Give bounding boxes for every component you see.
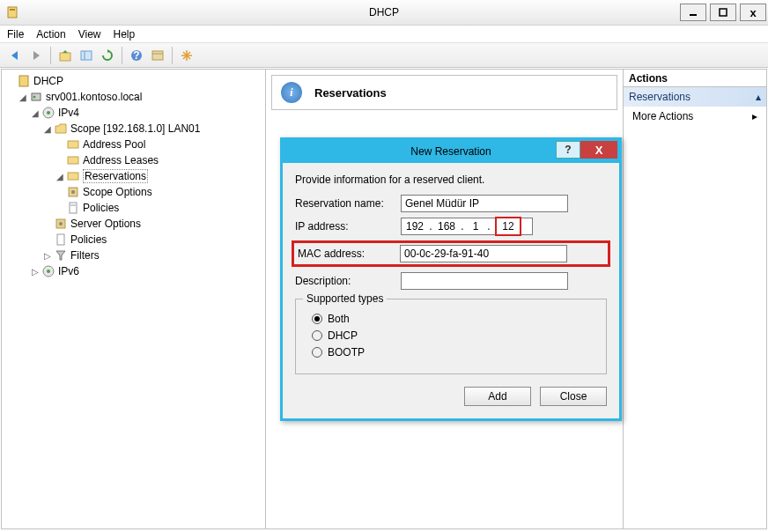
forward-button[interactable] — [26, 46, 46, 65]
ipv4-icon — [41, 106, 55, 120]
supported-types-group: Supported types Both DHCP BOOTP — [295, 299, 607, 374]
svg-text:?: ? — [133, 49, 139, 62]
svg-rect-4 — [60, 53, 70, 61]
radio-dhcp[interactable]: DHCP — [312, 329, 595, 342]
up-button[interactable] — [55, 46, 75, 65]
svg-rect-0 — [8, 7, 17, 18]
filter-icon — [54, 248, 68, 262]
svg-rect-21 — [68, 157, 78, 164]
tree-ipv4[interactable]: ◢IPv4 — [4, 105, 263, 121]
dhcp-icon — [17, 74, 31, 88]
svg-rect-25 — [70, 203, 77, 213]
ip-octet-1[interactable] — [402, 218, 428, 234]
tree-server[interactable]: ◢srv001.kontoso.local — [4, 89, 263, 105]
tree-policies[interactable]: Policies — [4, 232, 263, 248]
reservations-icon — [66, 169, 80, 183]
refresh-button[interactable] — [98, 46, 117, 65]
tree-serveropts[interactable]: Server Options — [4, 216, 263, 232]
dialog-title: New Reservation — [410, 145, 491, 158]
new-button[interactable] — [177, 46, 196, 65]
pool-icon — [66, 137, 80, 151]
menu-view[interactable]: View — [78, 28, 101, 41]
minimize-button[interactable] — [680, 4, 706, 21]
dialog-close-button[interactable]: X — [580, 141, 617, 159]
maximize-button[interactable] — [710, 4, 736, 21]
menu-file[interactable]: File — [7, 28, 24, 41]
folder-icon — [54, 122, 68, 136]
server-icon — [29, 90, 43, 104]
radio-bootp[interactable]: BOOTP — [312, 346, 595, 358]
menubar: File Action View Help — [0, 26, 768, 43]
toolbar: ? — [0, 43, 768, 68]
ip-octet-2[interactable] — [433, 218, 460, 234]
menu-action[interactable]: Action — [36, 28, 65, 41]
svg-rect-15 — [19, 76, 28, 86]
svg-rect-9 — [152, 51, 163, 60]
help-button[interactable]: ? — [127, 46, 146, 65]
actions-more[interactable]: More Actions ▸ — [624, 107, 766, 126]
ip-octet-4[interactable] — [498, 218, 518, 234]
ip-octet-3[interactable] — [465, 218, 486, 234]
tree-scope[interactable]: ◢Scope [192.168.1.0] LAN01 — [4, 121, 263, 137]
tree-scopeopts[interactable]: Scope Options — [4, 184, 263, 200]
svg-point-24 — [71, 190, 75, 194]
tree-root[interactable]: DHCP — [4, 73, 263, 89]
tree-reservations[interactable]: ◢Reservations — [4, 168, 263, 184]
svg-rect-3 — [720, 9, 727, 16]
app-icon — [5, 5, 19, 19]
mac-input[interactable] — [400, 245, 567, 262]
svg-point-17 — [33, 96, 36, 99]
ipv6-icon — [41, 264, 55, 278]
collapse-icon[interactable]: ◢ — [18, 92, 28, 102]
server-options-icon — [54, 217, 68, 231]
info-icon: i — [281, 82, 302, 103]
ip-label: IP address: — [295, 220, 401, 233]
tree-filters[interactable]: ▷Filters — [4, 248, 263, 263]
desc-input[interactable] — [401, 272, 568, 290]
show-hide-tree-button[interactable] — [77, 46, 96, 65]
ip-address-input[interactable]: . . . — [401, 218, 533, 235]
tree-scope-policies[interactable]: Policies — [4, 200, 263, 216]
collapse-icon[interactable]: ◢ — [42, 123, 53, 134]
collapse-icon[interactable]: ▴ — [756, 91, 761, 103]
add-button[interactable]: Add — [464, 387, 531, 406]
svg-rect-1 — [10, 9, 15, 11]
tree-ipv6[interactable]: ▷IPv6 — [4, 263, 263, 279]
window-titlebar: DHCP x — [0, 0, 768, 26]
menu-help[interactable]: Help — [114, 28, 136, 41]
mac-label: MAC address: — [298, 248, 400, 260]
collapse-icon[interactable]: ◢ — [55, 171, 65, 181]
svg-rect-22 — [68, 173, 78, 180]
expand-icon[interactable]: ▷ — [42, 250, 53, 261]
policies-icon — [54, 233, 68, 247]
dialog-help-button[interactable]: ? — [556, 141, 580, 159]
tree-leases[interactable]: Address Leases — [4, 152, 263, 168]
center-header: i Reservations — [271, 75, 617, 110]
options-icon — [66, 185, 80, 199]
actions-section[interactable]: Reservations ▴ — [624, 87, 766, 107]
window-title: DHCP — [369, 6, 399, 18]
center-title: Reservations — [314, 86, 387, 100]
radio-both[interactable]: Both — [312, 313, 595, 325]
close-button[interactable]: x — [740, 4, 766, 21]
actions-pane: Actions Reservations ▴ More Actions ▸ — [624, 70, 766, 528]
collapse-icon[interactable]: ◢ — [30, 107, 41, 118]
resname-label: Reservation name: — [295, 197, 401, 210]
actions-title: Actions — [624, 70, 766, 87]
dialog-titlebar[interactable]: New Reservation ? X — [283, 140, 619, 163]
group-legend: Supported types — [303, 292, 387, 305]
new-reservation-dialog: New Reservation ? X Provide information … — [280, 137, 622, 421]
policies-icon — [66, 201, 80, 215]
back-button[interactable] — [5, 46, 25, 65]
expand-icon[interactable]: ▷ — [30, 266, 41, 277]
resname-input[interactable] — [401, 195, 568, 212]
svg-rect-29 — [57, 234, 64, 245]
close-button-dialog[interactable]: Close — [540, 387, 607, 406]
leases-icon — [66, 153, 80, 167]
tree-pane[interactable]: DHCP ◢srv001.kontoso.local ◢IPv4 ◢Scope … — [2, 70, 266, 528]
properties-button[interactable] — [148, 46, 167, 65]
tree-addrpool[interactable]: Address Pool — [4, 137, 263, 152]
svg-point-19 — [47, 111, 50, 115]
svg-rect-20 — [68, 141, 78, 148]
chevron-right-icon: ▸ — [752, 110, 757, 122]
